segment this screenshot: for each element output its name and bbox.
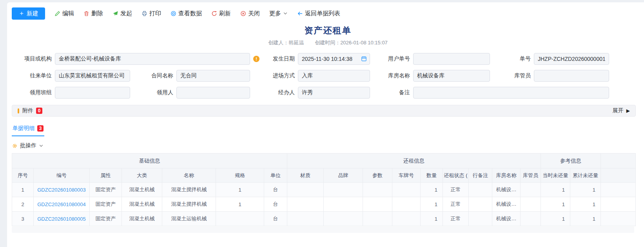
counterparty-input[interactable]: [55, 70, 130, 82]
col-header-keeper: 库管员: [521, 168, 541, 183]
cell-total-unreturned: 1: [570, 197, 601, 212]
project-label: 项目或机构: [12, 55, 55, 62]
cell-return-status: 正常: [443, 197, 469, 212]
printer-icon: [141, 11, 147, 16]
refresh-button[interactable]: 刷新: [211, 10, 231, 17]
cell-warehouse: 机械设…: [492, 212, 521, 226]
requisition-person-input[interactable]: [176, 87, 250, 99]
cell-brand: [324, 212, 363, 226]
handler-field: [298, 87, 370, 99]
project-input[interactable]: [55, 53, 250, 65]
back-to-list-button[interactable]: 返回单据列表: [297, 10, 340, 17]
order-no-label: 单号: [490, 55, 534, 62]
view-data-button[interactable]: 查看数据: [171, 10, 202, 17]
requisition-team-label: 领用班组: [12, 89, 55, 96]
tab-bar: 单据明细 3: [12, 124, 644, 136]
cell-name: 混凝土运输机械: [162, 212, 216, 226]
contract-name-input[interactable]: [176, 70, 250, 82]
more-button-label: 更多: [269, 10, 281, 17]
cell-param: [363, 183, 392, 197]
new-button[interactable]: ＋ 新建: [12, 7, 45, 20]
initiate-button-label: 发起: [120, 10, 132, 17]
user-order-no-input[interactable]: [413, 53, 490, 65]
cell-total-unreturned: 1: [570, 183, 601, 197]
attachment-count-badge: 0: [36, 108, 42, 114]
asset-code-link[interactable]: GDZC202601080004: [37, 201, 86, 207]
contract-name-label: 合同名称: [130, 72, 176, 79]
requisition-person-label: 领用人: [130, 89, 176, 96]
handler-label: 经办人: [250, 89, 298, 96]
asset-code-link[interactable]: GDZC202601080003: [37, 187, 86, 193]
warehouse-keeper-input[interactable]: [534, 70, 609, 82]
batch-operations-label: 批操作: [20, 142, 36, 149]
remark-input[interactable]: [413, 87, 609, 99]
group-header-row: 基础信息还租信息参考信息: [12, 154, 636, 168]
form-row-3: 领用班组 领用人 经办人 备注: [12, 87, 644, 99]
cell-name: 混凝土搅拌机械: [162, 183, 216, 197]
col-header-return-status: 还租状态 (: [443, 168, 469, 183]
warehouse-name-input[interactable]: [413, 70, 490, 82]
cell-unit: 台: [264, 197, 287, 212]
cell-category: 混凝土机械: [122, 183, 162, 197]
user-order-no-label: 用户单号: [370, 55, 413, 62]
cell-row-remark: [469, 197, 492, 212]
edit-button[interactable]: 编辑: [54, 10, 74, 17]
cell-seq: 2: [12, 197, 34, 212]
cell-name: 混凝土搅拌机械: [162, 197, 216, 212]
tab-detail-count-badge: 3: [37, 125, 44, 132]
occur-date-input[interactable]: [298, 53, 370, 65]
detail-table-head: 基础信息还租信息参考信息 序号编号属性大类名称规格单位材质品牌参数车牌号数量还租…: [12, 154, 636, 183]
col-header-attr: 属性: [90, 168, 122, 183]
expand-toggle[interactable]: 展开 ▶: [613, 107, 630, 114]
form-row-1: 项目或机构 ! 发生日期 用户单号 单号: [12, 53, 644, 65]
new-button-label: 新建: [27, 10, 38, 17]
col-header-spec: 规格: [216, 168, 264, 183]
cell-keeper: [521, 183, 541, 197]
plus-icon: ＋: [18, 10, 25, 16]
cell-empty: [601, 197, 636, 212]
cell-plate: [392, 197, 421, 212]
cell-current-unreturned: 1: [541, 183, 570, 197]
cell-category: 混凝土机械: [122, 212, 162, 226]
close-circle-icon: [240, 11, 246, 16]
tab-detail[interactable]: 单据明细 3: [12, 125, 44, 136]
print-button[interactable]: 打印: [141, 10, 161, 17]
close-button[interactable]: 关闭: [240, 10, 260, 17]
more-button[interactable]: 更多: [269, 10, 288, 17]
page-title: 资产还租单: [12, 25, 644, 37]
requisition-person-field: [176, 87, 250, 99]
document-form: 项目或机构 ! 发生日期 用户单号 单号 往来单位 合同: [12, 53, 644, 99]
cell-code[interactable]: GDZC202601080003: [34, 183, 90, 197]
cell-empty: [601, 212, 636, 226]
table-row: 2GDZC202601080004固定资产混凝土机械混凝土搅拌机械1台1正常机械…: [12, 197, 636, 212]
cell-material: [287, 183, 324, 197]
creator-value: 韩延温: [288, 40, 304, 46]
col-header-name: 名称: [162, 168, 216, 183]
entry-mode-field: [298, 70, 370, 82]
entry-mode-input[interactable]: [298, 70, 370, 82]
cell-empty: [601, 183, 636, 197]
batch-operations-button[interactable]: 批操作: [12, 142, 44, 149]
col-header-param: 参数: [363, 168, 392, 183]
cell-spec: [216, 212, 264, 226]
calendar-icon[interactable]: [361, 56, 367, 62]
cell-code[interactable]: GDZC202601080004: [34, 197, 90, 212]
cell-material: [287, 197, 324, 212]
cell-param: [363, 212, 392, 226]
col-header-warehouse: 库房名称: [492, 168, 521, 183]
delete-button[interactable]: 删除: [83, 10, 103, 17]
col-header-plate: 车牌号: [392, 168, 421, 183]
cell-code[interactable]: GDZC202601080005: [34, 212, 90, 226]
initiate-button[interactable]: 发起: [112, 10, 132, 17]
requisition-team-input[interactable]: [55, 87, 130, 99]
cell-row-remark: [469, 212, 492, 226]
entry-mode-label: 进场方式: [250, 72, 298, 79]
chevron-down-icon: [283, 11, 288, 16]
col-header-qty: 数量: [421, 168, 443, 183]
user-order-no-field: [413, 53, 490, 65]
asset-code-link[interactable]: GDZC202601080005: [37, 216, 86, 222]
cell-keeper: [521, 212, 541, 226]
order-no-input[interactable]: [534, 53, 609, 65]
handler-input[interactable]: [298, 87, 370, 99]
chevron-down-icon: [39, 143, 44, 148]
